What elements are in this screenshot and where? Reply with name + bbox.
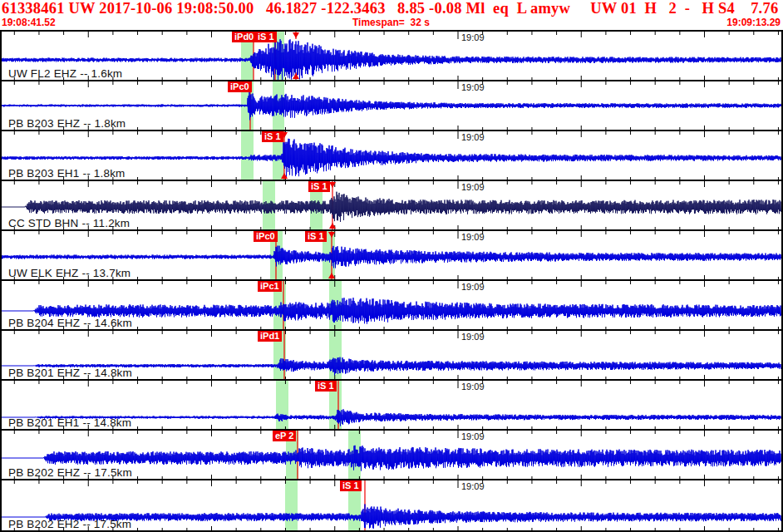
phase-pick-label[interactable]: iPc0: [228, 81, 252, 92]
station-label: PB B203 EHZ -- 1.8km: [8, 117, 126, 130]
timespan-label: Timespan= 32 s: [352, 17, 430, 28]
window-start-time: 19:08:41.52: [2, 17, 56, 28]
minute-label: 19:09: [461, 232, 485, 242]
station-label: PB B204 EHZ -- 14.6km: [8, 317, 132, 329]
minute-label: 19:09: [461, 82, 485, 92]
pick-flag-top-icon[interactable]: [293, 32, 299, 38]
minute-label: 19:09: [461, 431, 485, 441]
phase-pick-label[interactable]: iPd0: [232, 32, 256, 42]
header: 61338461 UW 2017-10-06 19:08:50.00 46.18…: [0, 0, 783, 30]
trace-row: 19:09iPd0iS 1UW FL2 EHZ -- 1.6km: [2, 32, 781, 81]
seismogram-trace[interactable]: [2, 246, 781, 268]
pick-highlight-band: [241, 131, 254, 180]
minute-label: 19:09: [461, 481, 485, 491]
phase-pick-label[interactable]: iS 1: [255, 32, 277, 42]
event-summary-line: 61338461 UW 2017-10-06 19:08:50.00 46.18…: [2, 0, 783, 17]
minute-label: 19:09: [461, 282, 485, 292]
trace-row: 19:09iS 1PB B202 EH2 -- 17.5km: [2, 480, 781, 530]
station-label: UW ELK EHZ -- 13.7km: [8, 267, 130, 279]
station-label: UW FL2 EHZ -- 1.6km: [8, 67, 122, 80]
phase-pick-label[interactable]: iS 1: [340, 480, 362, 491]
phase-pick-label[interactable]: iPd1: [258, 331, 282, 342]
trace-row: 19:09iS 1PB B201 EH1 -- 14.8km: [2, 381, 781, 431]
seismogram-trace[interactable]: [2, 89, 781, 120]
station-label: PB B202 EHZ -- 17.5km: [8, 466, 132, 479]
trace-row: 19:09iPc0PB B203 EHZ -- 1.8km: [2, 81, 781, 131]
minute-label: 19:09: [461, 382, 485, 392]
trace-row: 19:09iPd1PB B201 EHZ -- 14.8km: [2, 331, 781, 381]
trace-area: 19:09iPd0iS 1UW FL2 EHZ -- 1.6km19:09iPc…: [0, 30, 783, 532]
minute-label: 19:09: [461, 182, 485, 192]
trace-row: 19:09iPc0iS 1UW ELK EHZ -- 13.7km: [2, 231, 781, 281]
phase-pick-label[interactable]: iPc1: [258, 281, 282, 292]
station-label: CC STD BHN -- 11.2km: [8, 217, 130, 229]
seismogram-viewer: 61338461 UW 2017-10-06 19:08:50.00 46.18…: [0, 0, 783, 532]
trace-row: 19:09iPc1PB B204 EHZ -- 14.6km: [2, 281, 781, 331]
phase-pick-label[interactable]: iS 1: [308, 181, 330, 192]
minute-label: 19:09: [461, 332, 485, 342]
trace-row: 19:09eP 2PB B202 EHZ -- 17.5km: [2, 431, 781, 480]
station-label: PB B203 EH1 -- 1.8km: [8, 167, 126, 180]
minute-label: 19:09: [461, 32, 485, 42]
minute-label: 19:09: [461, 132, 485, 142]
phase-pick-label[interactable]: iS 1: [262, 131, 283, 142]
phase-pick-label[interactable]: eP 2: [273, 431, 296, 441]
pick-highlight-band: [285, 480, 298, 530]
phase-pick-label[interactable]: iS 1: [305, 231, 327, 242]
trace-row: 19:09iS 1PB B203 EH1 -- 1.8km: [2, 131, 781, 181]
phase-pick-label[interactable]: iS 1: [315, 381, 337, 392]
pick-highlight-band: [276, 381, 288, 429]
station-label: PB B202 EH2 -- 17.5km: [8, 518, 131, 530]
phase-pick-label[interactable]: iPc0: [254, 231, 278, 242]
trace-row: 19:09iS 1CC STD BHN -- 11.2km: [2, 181, 781, 231]
station-label: PB B201 EH1 -- 14.8km: [8, 416, 131, 429]
station-label: PB B201 EHZ -- 14.8km: [8, 367, 132, 379]
window-end-time: 19:09:13.29: [726, 17, 781, 28]
